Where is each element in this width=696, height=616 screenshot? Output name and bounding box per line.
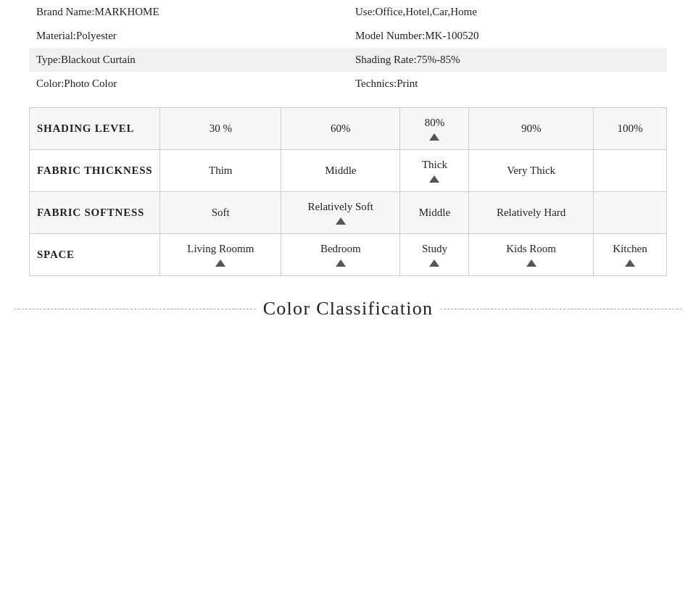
indicator-arrow <box>429 133 439 141</box>
info-cell: Type:Blackout Curtain <box>29 48 348 72</box>
row-cell: 80% <box>400 108 469 150</box>
indicator-arrow <box>215 259 225 267</box>
row-label: FABRIC SOFTNESS <box>30 192 160 234</box>
cell-text: Living Roomm <box>187 243 254 255</box>
table-row: FABRIC THICKNESSThimMiddleThickVery Thic… <box>30 150 667 192</box>
row-cell: Bedroom <box>281 234 400 276</box>
row-cell: 30 % <box>160 108 281 150</box>
table-row: SPACELiving RoommBedroomStudyKids RoomKi… <box>30 234 667 276</box>
row-cell <box>593 150 666 192</box>
product-info: Brand Name:MARKHOMEUse:Office,Hotel,Car,… <box>0 0 696 96</box>
cell-text: 80% <box>425 117 445 129</box>
cell-with-indicator: Thick <box>407 159 461 183</box>
row-cell: Very Thick <box>469 150 594 192</box>
indicator-arrow <box>429 259 439 267</box>
row-cell: Relatively Soft <box>281 192 400 234</box>
indicator-arrow <box>526 259 536 267</box>
divider-right <box>440 309 682 309</box>
info-cell: Model Number:MK-100520 <box>348 24 667 48</box>
color-swatches <box>0 334 696 378</box>
info-cell: Technics:Print <box>348 72 667 96</box>
section-divider: Color Classification <box>14 298 682 320</box>
row-cell: Kids Room <box>469 234 594 276</box>
row-cell: Soft <box>160 192 281 234</box>
table-row: FABRIC SOFTNESSSoftRelatively SoftMiddle… <box>30 192 667 234</box>
indicator-arrow <box>336 217 346 225</box>
info-cell: Use:Office,Hotel,Car,Home <box>348 0 667 24</box>
row-cell: Thick <box>400 150 469 192</box>
cell-text: Bedroom <box>320 243 361 255</box>
row-cell: Thim <box>160 150 281 192</box>
indicator-arrow <box>625 259 635 267</box>
row-cell: 100% <box>593 108 666 150</box>
row-cell <box>593 192 666 234</box>
indicator-arrow <box>429 175 439 183</box>
row-cell: Study <box>400 234 469 276</box>
row-cell: Middle <box>400 192 469 234</box>
cell-with-indicator: Living Roomm <box>167 243 273 267</box>
info-cell: Brand Name:MARKHOME <box>29 0 348 24</box>
info-cell: Shading Rate:75%-85% <box>348 48 667 72</box>
section-title: Color Classification <box>263 298 434 320</box>
divider-left <box>14 309 256 309</box>
row-cell: 90% <box>469 108 594 150</box>
cell-text: Kitchen <box>613 243 647 255</box>
row-cell: Living Roomm <box>160 234 281 276</box>
cell-with-indicator: Kitchen <box>601 243 659 267</box>
row-label: SHADING LEVEL <box>30 108 160 150</box>
cell-with-indicator: Study <box>407 243 461 267</box>
cell-with-indicator: Relatively Soft <box>289 201 392 225</box>
indicator-arrow <box>336 259 346 267</box>
info-cell: Color:Photo Color <box>29 72 348 96</box>
cell-text: Study <box>422 243 447 255</box>
row-label: FABRIC THICKNESS <box>30 150 160 192</box>
row-cell: 60% <box>281 108 400 150</box>
row-cell: Middle <box>281 150 400 192</box>
info-grid: Brand Name:MARKHOMEUse:Office,Hotel,Car,… <box>29 0 667 96</box>
row-label: SPACE <box>30 234 160 276</box>
cell-with-indicator: 80% <box>407 117 461 141</box>
cell-text: Relatively Soft <box>308 201 373 213</box>
row-cell: Kitchen <box>593 234 666 276</box>
cell-text: Thick <box>422 159 447 171</box>
row-cell: Relatively Hard <box>469 192 594 234</box>
fabric-table: SHADING LEVEL30 %60%80%90%100%FABRIC THI… <box>29 107 667 276</box>
info-cell: Material:Polyester <box>29 24 348 48</box>
cell-with-indicator: Kids Room <box>476 243 586 267</box>
table-row: SHADING LEVEL30 %60%80%90%100% <box>30 108 667 150</box>
cell-text: Kids Room <box>506 243 556 255</box>
cell-with-indicator: Bedroom <box>289 243 392 267</box>
